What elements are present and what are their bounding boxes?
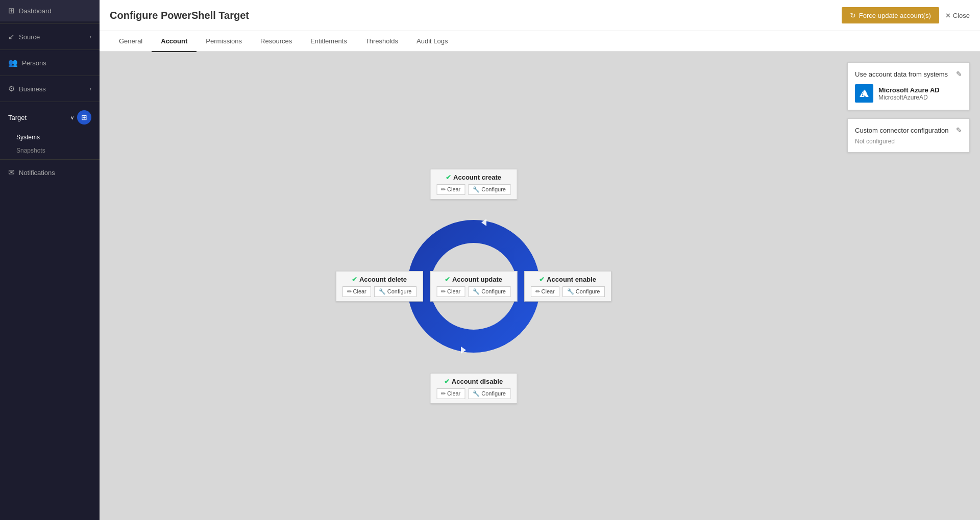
disable-check-icon: ✔ [444,378,450,385]
custom-connector-card: Custom connector configuration ✎ Not con… [847,118,970,153]
tab-resources[interactable]: Resources [251,31,301,52]
azure-item: Microsoft Azure AD MicrosoftAzureAD [855,84,962,103]
use-account-card: Use account data from systems ✎ Microsof… [847,62,970,110]
page-title: Configure PowerShell Target [110,10,249,21]
right-panel: Use account data from systems ✎ Microsof… [847,62,970,510]
diagram-area: ✔ Account create ✏ Clear 🔧 Configure [110,62,837,510]
sidebar: ⊞ Dashboard ↙ Source ‹ 👥 Persons ⚙ Busin… [0,0,100,520]
custom-connector-title: Custom connector configuration [855,127,949,134]
sidebar-item-business[interactable]: ⚙ Business ‹ [0,78,100,100]
header: Configure PowerShell Target ↻ Force upda… [100,0,980,31]
source-arrow: ‹ [90,34,91,40]
azure-sub: MicrosoftAzureAD [878,94,940,101]
tab-bar: General Account Permissions Resources En… [100,31,980,52]
sidebar-label-business: Business [19,85,46,93]
target-arrow: ∨ [70,115,74,120]
wrench-icon-delete: 🔧 [379,288,386,295]
target-icon-circle: ⊞ [77,110,91,125]
not-configured-label: Not configured [855,138,895,145]
azure-name: Microsoft Azure AD [878,86,940,94]
wrench-icon-disable: 🔧 [473,390,480,397]
update-check-icon: ✔ [445,276,450,283]
delete-clear-button[interactable]: ✏ Clear [342,286,371,297]
create-configure-button[interactable]: 🔧 Configure [468,184,510,195]
create-clear-button[interactable]: ✏ Clear [436,184,465,195]
cycle-diagram: ✔ Account create ✏ Clear 🔧 Configure [377,174,571,399]
disable-clear-button[interactable]: ✏ Clear [436,388,465,399]
sidebar-label-notifications: Notifications [19,169,55,177]
eraser-icon-enable: ✏ [535,288,540,295]
sidebar-label-source: Source [19,33,40,41]
tab-permissions[interactable]: Permissions [197,31,251,52]
delete-configure-button[interactable]: 🔧 Configure [374,286,416,297]
divider-2 [0,49,100,50]
notifications-icon: ✉ [8,168,15,177]
sidebar-item-dashboard[interactable]: ⊞ Dashboard [0,0,100,21]
business-icon: ⚙ [8,84,15,93]
source-icon: ↙ [8,32,15,41]
create-label: Account create [453,174,501,181]
azure-logo-svg [859,88,870,99]
force-update-button[interactable]: ↻ Force update account(s) [842,7,939,23]
eraser-icon-create: ✏ [441,186,446,193]
use-account-header: Use account data from systems ✎ [855,70,962,78]
header-actions: ↻ Force update account(s) ✕ Close [842,7,970,23]
sidebar-item-target[interactable]: Target ∨ ⊞ [0,104,100,131]
create-check-icon: ✔ [446,174,451,181]
wrench-icon-update: 🔧 [473,288,480,295]
sidebar-label-persons: Persons [22,59,46,67]
tab-audit-logs[interactable]: Audit Logs [407,31,457,52]
tab-account[interactable]: Account [152,31,197,52]
divider-3 [0,76,100,76]
divider-1 [0,23,100,24]
delete-check-icon: ✔ [352,276,357,283]
edit-icon-connector[interactable]: ✎ [956,126,962,134]
close-icon: ✕ [945,12,951,19]
update-clear-button[interactable]: ✏ Clear [436,286,465,297]
action-account-create: ✔ Account create ✏ Clear 🔧 Configure [430,169,517,200]
sidebar-item-notifications[interactable]: ✉ Notifications [0,162,100,183]
edit-icon-account[interactable]: ✎ [956,70,962,78]
close-button[interactable]: ✕ Close [945,12,970,19]
close-label: Close [953,12,970,19]
action-account-update: ✔ Account update ✏ Clear 🔧 Configure [430,271,517,302]
refresh-icon: ↻ [850,11,856,19]
enable-configure-button[interactable]: 🔧 Configure [562,286,605,297]
body-area: ✔ Account create ✏ Clear 🔧 Configure [100,52,980,520]
tab-thresholds[interactable]: Thresholds [356,31,407,52]
action-account-disable: ✔ Account disable ✏ Clear 🔧 Configure [430,373,517,404]
eraser-icon-disable: ✏ [441,390,446,397]
persons-icon: 👥 [8,58,18,67]
dashboard-icon: ⊞ [8,6,15,15]
sidebar-label-dashboard: Dashboard [19,7,52,15]
systems-label: Systems [16,134,40,141]
disable-label: Account disable [452,378,503,385]
snapshots-label: Snapshots [16,147,45,154]
business-arrow: ‹ [90,86,91,92]
sidebar-label-target: Target [8,114,27,121]
action-account-delete: ✔ Account delete ✏ Clear 🔧 Configure [336,271,423,302]
wrench-icon-create: 🔧 [473,186,480,193]
tab-general[interactable]: General [110,31,152,52]
sidebar-item-snapshots[interactable]: Snapshots [0,144,100,157]
force-update-label: Force update account(s) [859,12,931,19]
enable-label: Account enable [547,276,596,283]
update-configure-button[interactable]: 🔧 Configure [468,286,510,297]
disable-configure-button[interactable]: 🔧 Configure [468,388,510,399]
title-main: PowerShell Target [161,10,249,21]
eraser-icon-delete: ✏ [347,288,352,295]
tab-entitlements[interactable]: Entitlements [301,31,356,52]
sidebar-item-source[interactable]: ↙ Source ‹ [0,26,100,47]
sidebar-item-systems[interactable]: Systems [0,131,100,144]
main-content: Configure PowerShell Target ↻ Force upda… [100,0,980,520]
divider-4 [0,102,100,102]
title-prefix: Configure [110,10,158,21]
custom-connector-header: Custom connector configuration ✎ [855,126,962,134]
delete-label: Account delete [359,276,407,283]
sidebar-item-persons[interactable]: 👥 Persons [0,52,100,73]
eraser-icon-update: ✏ [441,288,446,295]
wrench-icon-enable: 🔧 [567,288,574,295]
action-account-enable: ✔ Account enable ✏ Clear 🔧 Configure [524,271,611,302]
update-label: Account update [452,276,502,283]
enable-clear-button[interactable]: ✏ Clear [531,286,559,297]
